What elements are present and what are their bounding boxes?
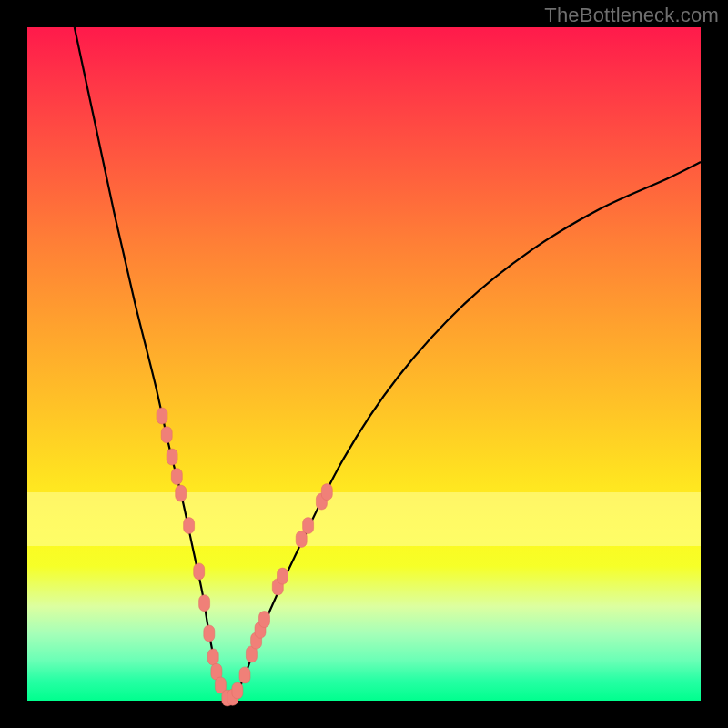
data-marker	[303, 518, 314, 534]
watermark-text: TheBottleneck.com	[544, 4, 719, 27]
data-marker	[199, 595, 210, 612]
data-marker	[176, 485, 187, 501]
data-marker	[204, 625, 215, 642]
data-marker	[157, 408, 167, 424]
data-marker	[194, 563, 205, 580]
data-marker	[161, 427, 172, 443]
curve-svg	[27, 27, 701, 701]
data-marker	[259, 612, 270, 628]
plot-area	[27, 27, 701, 701]
data-marker	[278, 568, 288, 584]
bottleneck-curve	[75, 27, 701, 701]
data-marker	[207, 649, 218, 665]
data-marker	[232, 682, 243, 699]
data-marker	[184, 518, 195, 534]
data-marker	[296, 531, 307, 547]
data-marker	[239, 667, 250, 683]
chart-frame: TheBottleneck.com	[0, 0, 728, 728]
marker-layer	[157, 408, 332, 706]
data-marker	[171, 469, 182, 485]
data-marker	[167, 449, 177, 465]
data-marker	[321, 484, 332, 500]
